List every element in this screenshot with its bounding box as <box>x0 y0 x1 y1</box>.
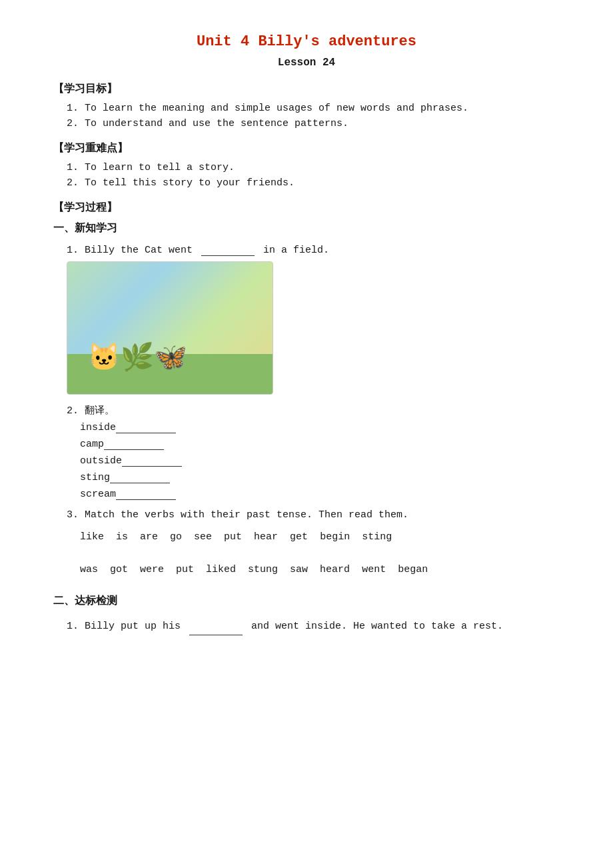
exercise1-label: 1. Billy the Cat went <box>67 245 193 256</box>
past-was: was <box>80 559 98 581</box>
new-knowledge-heading: 一、新知学习 <box>53 221 560 235</box>
difficulty-2: 2. To tell this story to your friends. <box>67 177 560 189</box>
vocab-blank-inside[interactable] <box>116 433 176 433</box>
verb-hear: hear <box>254 526 278 548</box>
vocab-blank-camp[interactable] <box>104 449 164 450</box>
past-heard: heard <box>320 559 350 581</box>
fill-blank[interactable] <box>189 635 243 635</box>
exercise-1: 1. Billy the Cat went in a field. <box>67 245 560 395</box>
page-title: Unit 4 Billy's adventures <box>53 33 560 50</box>
verb-like: like <box>80 526 104 548</box>
difficulties-heading: 【学习重难点】 <box>53 141 560 155</box>
process-heading: 【学习过程】 <box>53 201 560 215</box>
verb-is: is <box>116 526 128 548</box>
past-got: got <box>110 559 128 581</box>
lesson-subtitle: Lesson 24 <box>53 57 560 69</box>
past-began: began <box>398 559 428 581</box>
section2-heading: 二、达标检测 <box>53 594 560 608</box>
objectives-heading: 【学习目标】 <box>53 82 560 96</box>
verb-begin: begin <box>320 526 350 548</box>
verb-go: go <box>170 526 182 548</box>
verb-put: put <box>224 526 242 548</box>
past-saw: saw <box>290 559 308 581</box>
vocab-sting: sting <box>80 472 560 483</box>
exercise2-label: 2. 翻译。 <box>67 404 560 417</box>
past-put: put <box>176 559 194 581</box>
vocab-scream: scream <box>80 489 560 500</box>
vocab-word-scream: scream <box>80 489 116 500</box>
vocab-word-sting: sting <box>80 472 110 483</box>
exercise-2: 2. 翻译。 inside camp outside sting scream <box>67 404 560 500</box>
objective-2: 2. To understand and use the sentence pa… <box>67 118 560 129</box>
exercise1-text: 1. Billy the Cat went in a field. <box>67 245 560 256</box>
vocab-grid: inside camp outside sting scream <box>80 422 560 500</box>
present-verbs: like is are go see put hear get begin st… <box>80 526 560 548</box>
difficulty-1: 1. To learn to tell a story. <box>67 162 560 173</box>
vocab-camp: camp <box>80 439 560 450</box>
exercise1-suffix: in a field. <box>263 245 329 256</box>
vocab-word-outside: outside <box>80 455 122 467</box>
verb-sting: sting <box>362 526 392 548</box>
past-went: went <box>362 559 386 581</box>
billy-cat-image <box>67 261 273 395</box>
assessment-section: 二、达标检测 1. Billy put up his and went insi… <box>53 594 560 635</box>
vocab-blank-scream[interactable] <box>116 499 176 500</box>
objective-1: 1. To learn the meaning and simple usage… <box>67 103 560 114</box>
vocab-inside: inside <box>80 422 560 433</box>
fill-label: 1. Billy put up his <box>67 621 181 632</box>
vocab-word-camp: camp <box>80 439 104 450</box>
fill-suffix: and went inside. He wanted to take a res… <box>251 621 503 632</box>
exercise3-label: 3. Match the verbs with their past tense… <box>67 509 560 521</box>
vocab-blank-outside[interactable] <box>122 466 182 467</box>
difficulties-section: 【学习重难点】 1. To learn to tell a story. 2. … <box>53 141 560 189</box>
vocab-blank-sting[interactable] <box>110 483 170 483</box>
objectives-section: 【学习目标】 1. To learn the meaning and simpl… <box>53 82 560 129</box>
vocab-outside: outside <box>80 455 560 467</box>
objectives-list: 1. To learn the meaning and simple usage… <box>67 103 560 129</box>
verb-see: see <box>194 526 212 548</box>
fill-sentence-1: 1. Billy put up his and went inside. He … <box>67 617 560 635</box>
past-stung: stung <box>248 559 278 581</box>
past-liked: liked <box>206 559 236 581</box>
past-were: were <box>140 559 164 581</box>
past-verbs: was got were put liked stung saw heard w… <box>80 559 560 581</box>
verb-are: are <box>140 526 158 548</box>
difficulties-list: 1. To learn to tell a story. 2. To tell … <box>67 162 560 189</box>
process-section: 【学习过程】 一、新知学习 1. Billy the Cat went in a… <box>53 201 560 581</box>
exercise-3: 3. Match the verbs with their past tense… <box>67 509 560 581</box>
vocab-word-inside: inside <box>80 422 116 433</box>
exercise1-blank[interactable] <box>201 255 255 256</box>
verb-get: get <box>290 526 308 548</box>
verb-present-row: like is are go see put hear get begin st… <box>80 526 560 581</box>
